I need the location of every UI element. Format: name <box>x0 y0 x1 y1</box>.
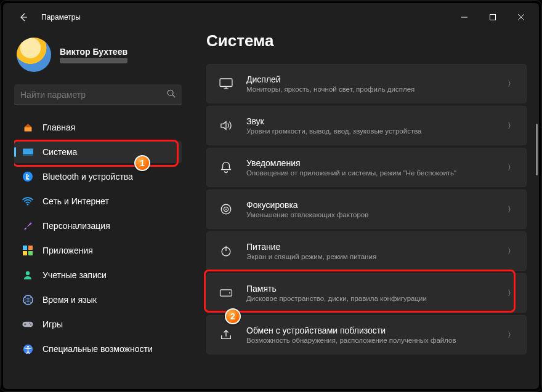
setting-power[interactable]: ПитаниеЭкран и спящий режим, режим питан… <box>206 231 527 271</box>
sidebar-item-network[interactable]: Сеть и Интернет <box>14 190 182 212</box>
svg-point-17 <box>29 322 30 324</box>
bluetooth-icon <box>22 170 34 183</box>
storage-icon <box>218 285 234 301</box>
nav-list: Главная Система Bluetooth и устройства С… <box>14 116 182 360</box>
sidebar-item-label: Учетные записи <box>42 270 107 280</box>
svg-line-5 <box>172 95 175 97</box>
setting-title: Уведомления <box>246 158 508 168</box>
system-icon <box>22 146 34 158</box>
back-button[interactable] <box>14 8 33 26</box>
accessibility-icon <box>22 343 34 355</box>
home-icon <box>22 121 34 134</box>
sidebar-item-label: Система <box>42 147 77 157</box>
setting-storage[interactable]: ПамятьДисковое пространство, диски, прав… <box>206 273 527 313</box>
wifi-icon <box>22 195 34 207</box>
svg-rect-10 <box>23 246 27 250</box>
sidebar-item-bluetooth[interactable]: Bluetooth и устройства <box>14 166 182 188</box>
setting-notifications[interactable]: УведомленияОповещения от приложений и си… <box>206 148 527 187</box>
sidebar: Виктор Бухтеев Главная <box>3 28 188 389</box>
user-sub <box>60 58 127 63</box>
setting-title: Звук <box>246 116 508 126</box>
main-panel: Система ДисплейМониторы, яркость, ночной… <box>188 28 539 389</box>
svg-point-9 <box>27 204 29 206</box>
app-name: Параметры <box>41 13 81 22</box>
svg-rect-1 <box>490 15 496 20</box>
setting-sub: Оповещения от приложений и системы, режи… <box>246 169 508 177</box>
search-box[interactable] <box>14 84 182 105</box>
svg-point-14 <box>26 271 30 275</box>
setting-sub: Уровни громкости, вывод, ввод, звуковые … <box>246 127 508 135</box>
sidebar-item-accessibility[interactable]: Специальные возможности <box>14 338 182 360</box>
sidebar-item-label: Главная <box>42 122 75 132</box>
sidebar-item-personalization[interactable]: Персонализация <box>14 215 182 237</box>
chevron-right-icon: 〉 <box>508 79 515 89</box>
sidebar-item-time[interactable]: Время и язык <box>14 289 182 311</box>
clock-globe-icon <box>22 294 34 306</box>
profile-block[interactable]: Виктор Бухтеев <box>14 28 182 82</box>
person-icon <box>22 269 34 281</box>
chevron-right-icon: 〉 <box>508 330 515 340</box>
setting-title: Память <box>246 284 508 294</box>
avatar <box>17 38 51 72</box>
apps-icon <box>22 244 34 257</box>
sidebar-item-label: Bluetooth и устройства <box>42 172 133 182</box>
chevron-right-icon: 〉 <box>508 121 515 131</box>
svg-point-30 <box>229 292 230 294</box>
setting-title: Обмен с устройствами поблизости <box>246 326 508 335</box>
setting-sound[interactable]: ЗвукУровни громкости, вывод, ввод, звуко… <box>206 106 527 145</box>
setting-title: Дисплей <box>246 74 508 84</box>
search-input[interactable] <box>20 90 167 100</box>
sidebar-item-system[interactable]: Система <box>14 141 182 163</box>
setting-focus[interactable]: ФокусировкаУменьшение отвлекающих фактор… <box>206 190 527 229</box>
setting-display[interactable]: ДисплейМониторы, яркость, ночной свет, п… <box>206 64 527 103</box>
maximize-button[interactable] <box>479 8 507 26</box>
svg-rect-11 <box>28 246 33 250</box>
sidebar-item-label: Игры <box>42 319 63 329</box>
setting-nearby-share[interactable]: Обмен с устройствами поблизостиВозможнос… <box>206 315 527 354</box>
sidebar-item-home[interactable]: Главная <box>14 116 182 138</box>
setting-sub: Уменьшение отвлекающих факторов <box>246 211 508 218</box>
focus-icon <box>218 201 234 217</box>
svg-point-26 <box>225 209 227 210</box>
chevron-right-icon: 〉 <box>508 246 515 257</box>
setting-title: Питание <box>246 242 508 252</box>
page-title: Система <box>206 31 527 50</box>
svg-rect-12 <box>23 251 27 255</box>
display-icon <box>218 76 234 92</box>
svg-rect-7 <box>23 154 33 156</box>
setting-title: Фокусировка <box>246 200 508 210</box>
sidebar-item-accounts[interactable]: Учетные записи <box>14 264 182 286</box>
sidebar-item-apps[interactable]: Приложения <box>14 239 182 262</box>
scrollbar[interactable] <box>536 124 538 175</box>
sidebar-item-label: Приложения <box>42 246 93 255</box>
sidebar-item-gaming[interactable]: Игры <box>14 313 182 335</box>
setting-sub: Возможность обнаружения, расположение по… <box>246 337 508 344</box>
svg-rect-13 <box>28 251 33 255</box>
chevron-right-icon: 〉 <box>508 288 515 298</box>
setting-sub: Мониторы, яркость, ночной свет, профиль … <box>246 86 508 93</box>
gamepad-icon <box>22 318 34 330</box>
setting-sub: Дисковое пространство, диски, правила ко… <box>246 295 508 302</box>
search-icon <box>167 89 176 100</box>
power-icon <box>218 243 234 259</box>
minimize-button[interactable] <box>450 8 479 26</box>
setting-sub: Экран и спящий режим, режим питания <box>246 253 508 260</box>
sidebar-item-label: Персонализация <box>42 221 110 231</box>
title-bar: Параметры <box>3 3 539 28</box>
sound-icon <box>218 118 234 134</box>
svg-point-20 <box>26 345 28 347</box>
sidebar-item-label: Специальные возможности <box>42 344 153 354</box>
sidebar-item-label: Время и язык <box>42 295 97 305</box>
sidebar-item-label: Сеть и Интернет <box>42 196 109 206</box>
brush-icon <box>22 220 34 232</box>
bell-icon <box>218 159 234 175</box>
close-button[interactable] <box>507 8 535 26</box>
svg-point-18 <box>30 324 31 326</box>
user-name: Виктор Бухтеев <box>60 47 127 57</box>
share-icon <box>218 327 234 343</box>
svg-point-4 <box>168 90 173 95</box>
chevron-right-icon: 〉 <box>508 204 515 215</box>
svg-rect-21 <box>220 79 232 87</box>
chevron-right-icon: 〉 <box>508 162 515 173</box>
